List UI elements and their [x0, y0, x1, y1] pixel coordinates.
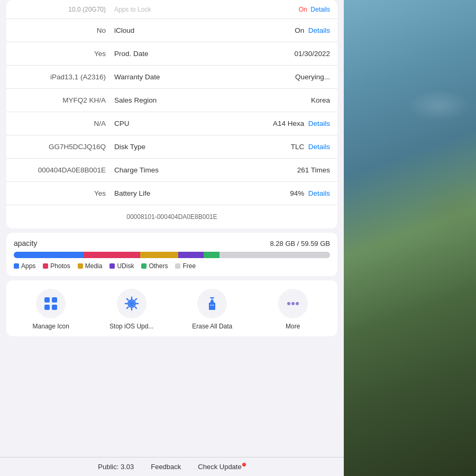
manage-icon-button[interactable]: Manage Icon	[24, 289, 77, 330]
main-panel: 10.0 (20G70) Apps to Lock On Details No …	[0, 0, 344, 476]
cell-left-5: GG7H5DCJQ16Q	[14, 143, 114, 151]
legend-label-udisk: UDisk	[117, 262, 134, 270]
link-4[interactable]: Details	[308, 120, 330, 127]
status-on-top: On	[299, 6, 307, 13]
storage-section: apacity 8.28 GB / 59.59 GB AppsPhotosMed…	[6, 233, 337, 276]
actions-row: Manage Icon Stop iOS Upd... Erase All Da…	[11, 289, 333, 330]
cell-right-5: TLC Details	[188, 143, 330, 151]
storage-bar-segment-udisk	[178, 252, 204, 258]
svg-point-15	[296, 302, 299, 305]
update-dot	[242, 463, 246, 466]
storage-header: apacity 8.28 GB / 59.59 GB	[14, 239, 330, 248]
more-button[interactable]: More	[267, 289, 319, 330]
legend-dot-free	[175, 263, 180, 269]
legend-dot-others	[141, 263, 147, 269]
cell-left-7: Yes	[14, 189, 114, 197]
legend-item-free: Free	[175, 262, 196, 270]
erase-all-data-label: Erase All Data	[192, 323, 232, 330]
cell-right-0: On Details	[188, 26, 330, 34]
cell-mid-2: Warranty Date	[114, 73, 188, 81]
erase-all-data-button[interactable]: Erase All Data	[186, 289, 239, 330]
info-table: 10.0 (20G70) Apps to Lock On Details No …	[6, 0, 337, 228]
footer-check-update[interactable]: Check Update	[198, 463, 245, 471]
svg-rect-10	[210, 297, 214, 298]
svg-point-14	[291, 302, 295, 305]
cell-mid-6: Charge Times	[114, 166, 188, 174]
cell-right-top: On Details	[188, 6, 330, 13]
cell-mid-7: Battery Life	[114, 189, 188, 197]
footer-feedback[interactable]: Feedback	[151, 463, 181, 471]
table-row-disktype: GG7H5DCJQ16Q Disk Type TLC Details	[6, 135, 337, 159]
cell-mid-0: iCloud	[114, 26, 188, 34]
cell-right-6: 261 Times	[188, 166, 330, 174]
legend-item-udisk: UDisk	[109, 262, 134, 270]
cell-right-3: Korea	[188, 96, 330, 104]
svg-rect-1	[52, 297, 57, 303]
actions-section: Manage Icon Stop iOS Upd... Erase All Da…	[6, 280, 337, 336]
cell-left-6: 000404DA0E8B001E	[14, 166, 114, 174]
storage-bar-segment-others	[204, 252, 219, 258]
value-0: On	[295, 26, 304, 34]
stop-ios-upd-button[interactable]: Stop iOS Upd...	[105, 289, 158, 330]
cell-left-0: No	[14, 26, 114, 34]
legend-dot-media	[78, 263, 83, 269]
legend-label-free: Free	[182, 262, 196, 270]
svg-rect-0	[44, 297, 50, 303]
legend-label-apps: Apps	[21, 262, 35, 270]
legend-dot-apps	[14, 263, 19, 269]
svg-rect-7	[209, 303, 215, 310]
legend-label-media: Media	[85, 262, 103, 270]
table-row-warranty: iPad13,1 (A2316) Warranty Date Querying.…	[6, 66, 337, 89]
link-0[interactable]: Details	[308, 26, 330, 34]
value-7: 94%	[290, 189, 304, 197]
more-icon-circle	[278, 289, 308, 318]
table-row-icloud: No iCloud On Details	[6, 19, 337, 42]
legend-item-media: Media	[78, 262, 103, 270]
svg-point-6	[130, 302, 133, 305]
serial-value: 00008101-000404DA0E8B001E	[126, 213, 217, 221]
legend-item-apps: Apps	[14, 262, 35, 270]
storage-legend: AppsPhotosMediaUDiskOthersFree	[14, 262, 330, 270]
table-row-top-truncated: 10.0 (20G70) Apps to Lock On Details	[6, 0, 337, 19]
cell-right-4: A14 Hexa Details	[188, 120, 330, 127]
svg-rect-2	[44, 305, 50, 310]
link-5[interactable]: Details	[308, 143, 330, 151]
stop-ios-upd-label: Stop iOS Upd...	[109, 323, 153, 330]
link-7[interactable]: Details	[308, 189, 330, 197]
storage-bar-segment-apps	[14, 252, 84, 258]
legend-item-photos: Photos	[43, 262, 70, 270]
value-4: A14 Hexa	[273, 120, 304, 127]
table-row-batterylife: Yes Battery Life 94% Details	[6, 182, 337, 205]
cell-right-2: Querying...	[188, 73, 330, 81]
manage-icon-icon-circle	[36, 289, 66, 318]
link-details-top[interactable]: Details	[310, 6, 330, 13]
erase-all-data-icon-circle	[197, 289, 227, 318]
cell-mid-4: CPU	[114, 120, 188, 127]
cell-left-1: Yes	[14, 50, 114, 58]
footer-bar: Public: 3.03 Feedback Check Update	[0, 457, 344, 476]
cell-left-4: N/A	[14, 120, 114, 127]
cell-mid-1: Prod. Date	[114, 50, 188, 58]
table-row-proddate: Yes Prod. Date 01/30/2022	[6, 42, 337, 66]
table-row-cpu: N/A CPU A14 Hexa Details	[6, 112, 337, 135]
value-5: TLC	[291, 143, 305, 151]
more-label: More	[286, 323, 300, 330]
svg-rect-9	[212, 298, 213, 301]
svg-point-13	[287, 302, 290, 305]
footer-public: Public: 3.03	[98, 463, 134, 471]
cell-left-3: MYFQ2 KH/A	[14, 96, 114, 104]
cell-right-1: 01/30/2022	[188, 50, 330, 58]
svg-rect-12	[213, 305, 214, 306]
legend-dot-udisk	[109, 263, 115, 269]
manage-icon-label: Manage Icon	[33, 323, 69, 330]
legend-label-others: Others	[149, 262, 168, 270]
cell-mid-top: Apps to Lock	[114, 6, 188, 13]
table-row-serial: 00008101-000404DA0E8B001E	[6, 205, 337, 228]
storage-bar	[14, 252, 330, 258]
storage-value: 8.28 GB / 59.59 GB	[270, 240, 330, 248]
svg-rect-3	[52, 305, 57, 310]
storage-bar-segment-free	[219, 252, 330, 258]
storage-bar-segment-photos	[84, 252, 141, 258]
cell-mid-3: Sales Region	[114, 96, 188, 104]
svg-rect-11	[210, 305, 212, 306]
